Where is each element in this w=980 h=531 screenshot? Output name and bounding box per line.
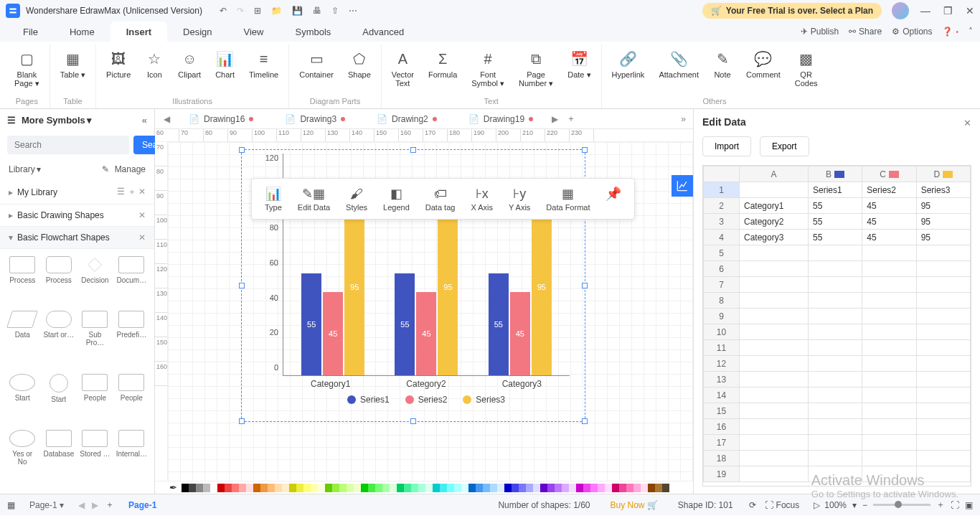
chart-tool-legend[interactable]: ◧Legend [376, 183, 417, 215]
color-swatch[interactable] [583, 484, 590, 492]
ribbon-attachment[interactable]: 📎Attachment [651, 44, 706, 95]
color-swatch[interactable] [440, 484, 447, 492]
pages-icon[interactable]: ▦ [7, 500, 15, 510]
print-icon[interactable]: 🖶 [313, 6, 321, 16]
color-swatch[interactable] [612, 484, 619, 492]
color-swatch[interactable] [354, 484, 361, 492]
color-swatch[interactable] [311, 484, 318, 492]
shape-subpro[interactable]: Sub Pro… [78, 309, 111, 369]
ribbon-picture[interactable]: 🖼Picture [99, 44, 138, 95]
chart-tool-y-axis[interactable]: ⊦yY Axis [501, 183, 537, 215]
ribbon-vector-text[interactable]: AVectorText [385, 44, 421, 95]
color-swatch[interactable] [476, 484, 483, 492]
shape-data[interactable]: Data [6, 309, 39, 369]
ribbon-table[interactable]: ▦Table ▾ [53, 44, 93, 95]
section-close-icon[interactable]: ✕ [138, 232, 146, 243]
shape-stored[interactable]: Stored … [78, 428, 111, 488]
section-close-icon[interactable]: ✕ [138, 210, 146, 220]
color-swatch[interactable] [619, 484, 626, 492]
user-avatar[interactable] [892, 2, 909, 19]
open-icon[interactable]: 📁 [271, 6, 282, 16]
edit-icon[interactable]: ✎ [102, 164, 109, 174]
ribbon-icon[interactable]: ☆Icon [138, 44, 171, 95]
search-input[interactable] [7, 136, 129, 154]
my-library[interactable]: My Library [17, 187, 57, 197]
ribbon-clipart[interactable]: ☺Clipart [171, 44, 208, 95]
close-icon[interactable]: ✕ [966, 5, 974, 17]
maximize-icon[interactable]: ❐ [943, 5, 953, 17]
color-swatch[interactable] [182, 484, 189, 492]
bar-Series2-Category2[interactable]: 45 [416, 292, 436, 375]
color-swatch[interactable] [189, 484, 196, 492]
export-button[interactable]: Export [760, 136, 809, 156]
shape-database[interactable]: Database [42, 428, 75, 488]
trial-notice[interactable]: 🛒 Your Free Trial is over. Select a Plan [702, 3, 882, 19]
color-swatch[interactable] [260, 484, 268, 492]
notification-icon[interactable]: ❓• [942, 27, 958, 37]
menu-advanced[interactable]: Advanced [347, 22, 420, 42]
tab-drawing3[interactable]: 📄Drawing3 [269, 109, 361, 129]
color-swatch[interactable] [318, 484, 325, 492]
menu-file[interactable]: File [7, 22, 54, 42]
chart-tool-x-axis[interactable]: ⊦xX Axis [463, 183, 500, 215]
legend-Series1[interactable]: Series1 [347, 395, 390, 405]
ribbon-timeline[interactable]: ≡Timeline [242, 44, 286, 95]
ribbon-container[interactable]: ▭Container [292, 44, 341, 95]
bar-Series2-Category1[interactable]: 45 [323, 292, 343, 375]
options-link[interactable]: ⚙ Options [892, 27, 932, 37]
play-icon[interactable]: ▷ [814, 500, 820, 510]
color-swatch[interactable] [210, 484, 217, 492]
color-swatch[interactable] [562, 484, 569, 492]
color-swatch[interactable] [246, 484, 253, 492]
ribbon-page-number[interactable]: ⧉PageNumber ▾ [512, 44, 560, 95]
share-link[interactable]: ⚯ Share [849, 27, 882, 37]
bar-Series1-Category1[interactable]: 55 [301, 273, 321, 375]
color-swatch[interactable] [504, 484, 512, 492]
color-swatch[interactable] [382, 484, 390, 492]
page-tab-1[interactable]: Page-1 [121, 497, 164, 513]
color-swatch[interactable] [332, 484, 339, 492]
section-basic-flowchart[interactable]: Basic Flowchart Shapes [17, 232, 110, 243]
color-swatch[interactable] [361, 484, 368, 492]
bar-Series1-Category2[interactable]: 55 [395, 273, 415, 375]
color-swatch[interactable] [303, 484, 311, 492]
color-swatch[interactable] [461, 484, 468, 492]
ribbon-date[interactable]: 📅Date ▾ [560, 44, 598, 95]
ribbon-hyperlink[interactable]: 🔗Hyperlink [605, 44, 652, 95]
color-swatch[interactable] [275, 484, 282, 492]
shape-start[interactable]: Start [6, 372, 39, 426]
color-swatch[interactable] [598, 484, 605, 492]
ribbon-qr-codes[interactable]: ▩QRCodes [788, 44, 825, 95]
ribbon-blank-page[interactable]: ▢BlankPage ▾ [7, 44, 47, 95]
save-icon[interactable]: 💾 [292, 6, 303, 16]
color-swatch[interactable] [483, 484, 490, 492]
shape-start[interactable]: Start [42, 372, 75, 426]
bar-Series3-Category3[interactable]: 95 [532, 199, 552, 375]
color-swatch[interactable] [225, 484, 232, 492]
color-swatch[interactable] [633, 484, 641, 492]
color-swatch[interactable] [590, 484, 598, 492]
color-swatch[interactable] [411, 484, 418, 492]
shape-decision[interactable]: Decision [78, 255, 111, 306]
buy-now-link[interactable]: Buy Now 🛒 [610, 500, 657, 510]
color-swatch[interactable] [519, 484, 526, 492]
bar-Series2-Category3[interactable]: 45 [510, 292, 530, 375]
color-swatch[interactable] [339, 484, 347, 492]
shape-process[interactable]: Process [42, 255, 75, 306]
color-swatch[interactable] [512, 484, 519, 492]
chart-panel-toggle[interactable] [672, 175, 693, 197]
color-swatch[interactable] [641, 484, 648, 492]
color-swatch[interactable] [347, 484, 354, 492]
bar-Series3-Category2[interactable]: 95 [438, 199, 458, 375]
hamburger-icon[interactable]: ☰ [7, 115, 16, 126]
color-swatch[interactable] [533, 484, 540, 492]
tab-next-icon[interactable]: ▶ [549, 114, 561, 124]
tab-prev-icon[interactable]: ◀ [161, 114, 173, 124]
sync-icon[interactable]: ⟳ [749, 500, 756, 510]
color-swatch[interactable] [569, 484, 576, 492]
shape-internal[interactable]: Internal… [115, 428, 149, 488]
color-swatch[interactable] [397, 484, 404, 492]
color-swatch[interactable] [497, 484, 504, 492]
tab-drawing19[interactable]: 📄Drawing19 [453, 109, 549, 129]
fit-icon[interactable]: ⛶ [951, 500, 959, 510]
